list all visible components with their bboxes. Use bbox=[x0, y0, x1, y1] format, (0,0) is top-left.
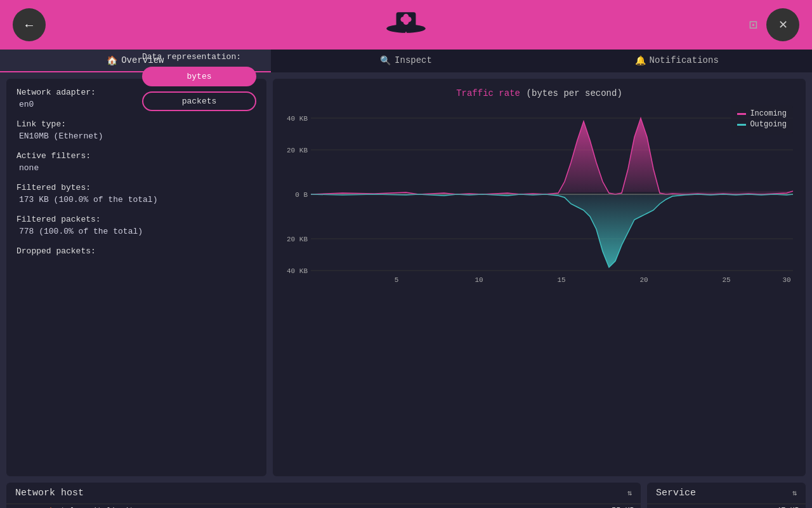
network-host-panel: Network host ⇅ ☆ 🏠 telecomitalia.it 55 K… bbox=[6, 483, 641, 508]
filtered-bytes-value: 173 KB (100.0% of the total) bbox=[16, 195, 157, 204]
filtered-bytes-section: Filtered bytes: 173 KB (100.0% of the to… bbox=[16, 183, 256, 204]
svg-text:25: 25 bbox=[722, 276, 730, 283]
filtered-bytes-label: Filtered bytes: bbox=[16, 183, 91, 192]
svg-text:5: 5 bbox=[395, 276, 399, 283]
svg-text:10: 10 bbox=[475, 276, 483, 283]
filtered-packets-value: 778 (100.0% of the total) bbox=[16, 227, 143, 236]
outgoing-label: Outgoing bbox=[750, 120, 787, 129]
tab-notifications[interactable]: 🔔 Notifications bbox=[541, 50, 812, 72]
data-repr-label: Data representation: bbox=[142, 52, 256, 62]
dropped-packets-section: Dropped packets: bbox=[16, 246, 256, 256]
left-panel: Data representation: bytes packets Netwo… bbox=[6, 79, 266, 476]
tab-inspect-label: Inspect bbox=[395, 55, 432, 65]
chart-area: Incoming Outgoing 40 KB 20 KB 0 B 2 bbox=[279, 105, 799, 283]
bytes-button[interactable]: bytes bbox=[142, 67, 256, 86]
svg-text:20 KB: 20 KB bbox=[287, 147, 308, 154]
svg-text:0 B: 0 B bbox=[295, 191, 308, 199]
link-type-section: Link type: EN10MB (Ethernet) bbox=[16, 119, 256, 141]
app-logo bbox=[384, 6, 428, 44]
packets-button[interactable]: packets bbox=[142, 91, 256, 111]
bell-icon: 🔔 bbox=[635, 55, 646, 66]
chart-title-main: Traffic rate bbox=[456, 88, 520, 98]
service-sort-icon[interactable]: ⇅ bbox=[792, 488, 797, 498]
incoming-color-swatch bbox=[737, 113, 746, 115]
incoming-label: Incoming bbox=[750, 109, 787, 118]
service-header: Service ⇅ bbox=[647, 483, 806, 504]
back-button[interactable]: ← bbox=[13, 8, 46, 41]
data-representation-section: Data representation: bytes packets bbox=[142, 52, 256, 116]
nav-tabs: 🏠 Overview 🔍 Inspect 🔔 Notifications bbox=[0, 50, 812, 72]
list-item: ☆ 🏠 telecomitalia.it 55 KB bbox=[6, 504, 641, 508]
svg-text:20 KB: 20 KB bbox=[287, 236, 308, 243]
active-filters-label: Active filters: bbox=[16, 151, 91, 161]
outgoing-color-swatch bbox=[737, 124, 746, 126]
tab-inspect[interactable]: 🔍 Inspect bbox=[271, 50, 542, 72]
main-content: Data representation: bytes packets Netwo… bbox=[0, 72, 812, 483]
header-right: ⊡ ✕ bbox=[749, 8, 799, 41]
chart-title: Traffic rate (bytes per second) bbox=[279, 88, 799, 99]
active-filters-section: Active filters: none bbox=[16, 151, 256, 173]
tab-notifications-label: Notifications bbox=[650, 55, 719, 65]
header: ← ⊡ ✕ bbox=[0, 0, 812, 50]
logo-icon bbox=[384, 6, 428, 44]
network-host-header: Network host ⇅ bbox=[6, 483, 641, 504]
svg-rect-7 bbox=[405, 32, 407, 37]
service-panel: Service ⇅ upnp 47 KB https 26 KB bbox=[647, 483, 806, 508]
svg-text:30: 30 bbox=[782, 276, 790, 283]
close-button[interactable]: ✕ bbox=[766, 8, 799, 41]
bottom-section: Network host ⇅ ☆ 🏠 telecomitalia.it 55 K… bbox=[0, 483, 812, 508]
link-type-row: Link type: bbox=[16, 119, 256, 129]
svg-text:40 KB: 40 KB bbox=[287, 115, 308, 123]
svg-text:20: 20 bbox=[639, 276, 648, 283]
picture-in-picture-icon[interactable]: ⊡ bbox=[749, 17, 757, 34]
network-adapter-value: en0 bbox=[16, 100, 34, 109]
legend-incoming: Incoming bbox=[737, 109, 787, 118]
search-icon: 🔍 bbox=[380, 55, 391, 66]
active-filters-value: none bbox=[16, 163, 39, 173]
dropped-packets-label: Dropped packets: bbox=[16, 246, 96, 256]
chart-title-sub: (bytes per second) bbox=[527, 88, 622, 98]
link-type-value: EN10MB (Ethernet) bbox=[16, 131, 103, 141]
traffic-chart: 40 KB 20 KB 0 B 20 KB 40 KB 5 10 15 20 2… bbox=[279, 105, 799, 283]
filtered-packets-label: Filtered packets: bbox=[16, 215, 101, 224]
service-title: Service bbox=[656, 488, 696, 498]
svg-text:40 KB: 40 KB bbox=[287, 267, 308, 275]
chart-legend: Incoming Outgoing bbox=[731, 105, 793, 135]
link-type-value-row: EN10MB (Ethernet) bbox=[16, 131, 256, 141]
legend-outgoing: Outgoing bbox=[737, 120, 787, 129]
network-host-sort-icon[interactable]: ⇅ bbox=[627, 488, 632, 498]
chart-panel: Traffic rate (bytes per second) Incoming… bbox=[273, 79, 806, 476]
home-icon: 🏠 bbox=[107, 55, 117, 66]
filtered-packets-section: Filtered packets: 778 (100.0% of the tot… bbox=[16, 215, 256, 236]
network-host-title: Network host bbox=[15, 488, 84, 498]
svg-point-6 bbox=[404, 17, 409, 22]
link-type-label: Link type: bbox=[16, 119, 66, 129]
network-adapter-label: Network adapter: bbox=[16, 88, 96, 97]
svg-text:15: 15 bbox=[557, 276, 565, 283]
list-item: upnp 47 KB bbox=[647, 504, 806, 508]
